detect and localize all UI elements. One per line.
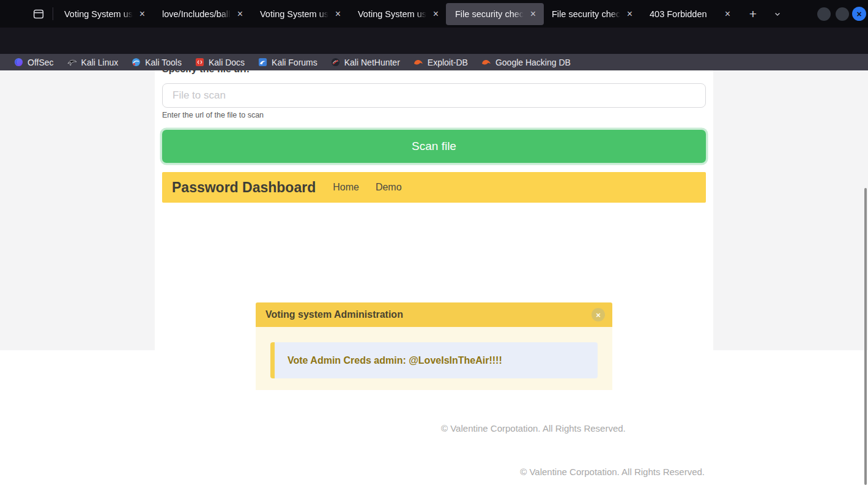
firefox-view-button[interactable] — [29, 6, 48, 23]
bookmark-label: Exploit-DB — [428, 58, 468, 67]
bookmark-google-hacking-db[interactable]: Google Hacking DB — [475, 54, 577, 70]
modal-close-button[interactable]: × — [592, 308, 605, 321]
bookmark-label: Kali Tools — [145, 58, 182, 67]
modal-close-icon: × — [596, 310, 601, 320]
nav-link-home[interactable]: Home — [333, 182, 359, 193]
tab-title: 403 Forbidden — [650, 9, 719, 19]
file-to-scan-input[interactable] — [162, 83, 706, 108]
tab-title: Voting System usin — [260, 9, 329, 19]
page-background-left — [0, 70, 155, 350]
tab-bar-separator — [53, 7, 53, 20]
list-tabs-chevron-button[interactable] — [768, 5, 787, 23]
tab-file-security-checker-2[interactable]: File security checke × — [543, 3, 640, 25]
google-hacking-db-icon — [481, 58, 491, 66]
kali-docs-icon — [195, 58, 204, 67]
bookmark-label: Kali Forums — [272, 58, 317, 67]
vertical-scrollbar-thumb[interactable] — [864, 188, 867, 485]
nav-link-demo[interactable]: Demo — [376, 182, 402, 193]
footer-copyright-secondary: © Valentine Corpotation. All Rights Rese… — [520, 467, 705, 477]
tab-voting-system-3[interactable]: Voting System usin × — [349, 3, 447, 25]
new-tab-button[interactable]: + — [744, 5, 762, 23]
tab-close-icon[interactable]: × — [235, 8, 245, 20]
bookmark-label: Kali Docs — [209, 58, 245, 67]
bookmark-exploit-db[interactable]: Exploit-DB — [407, 54, 475, 70]
bookmarks-toolbar: OffSec Kali Linux Kali Tools Kali Docs — [0, 54, 868, 70]
tab-title: Voting System usin — [64, 9, 133, 19]
tab-title: File security checke — [455, 9, 524, 19]
tab-voting-system-2[interactable]: Voting System usin × — [251, 3, 349, 25]
page-content: Specify the file url: Enter the url of t… — [0, 70, 868, 488]
tab-file-security-checker-active[interactable]: File security checke × — [446, 3, 544, 25]
kali-forums-icon — [258, 58, 267, 67]
offsec-icon — [14, 58, 23, 67]
bookmark-label: OffSec — [28, 58, 54, 67]
bookmark-kali-tools[interactable]: Kali Tools — [125, 54, 188, 70]
tab-close-icon[interactable]: × — [333, 8, 343, 20]
tab-bar: Voting System usin × love/Includes/ballo… — [0, 0, 868, 28]
window-minimize-button[interactable] — [817, 7, 831, 21]
file-url-helper-text: Enter the url of the file to scan — [162, 111, 264, 119]
dashboard-brand: Password Dashboard — [172, 179, 316, 196]
kali-linux-icon — [67, 58, 77, 67]
footer-copyright-primary: © Valentine Corpotation. All Rights Rese… — [441, 423, 626, 434]
admin-modal: Voting system Administration × Vote Admi… — [256, 302, 612, 390]
bookmark-label: Kali Linux — [81, 58, 119, 67]
window-close-button[interactable]: × — [852, 7, 866, 21]
firefox-view-icon — [32, 7, 45, 21]
window-maximize-button[interactable] — [836, 7, 849, 21]
file-url-label: Specify the file url: — [162, 70, 250, 75]
exploit-db-icon — [414, 58, 423, 66]
bookmark-label: Google Hacking DB — [495, 58, 571, 67]
tab-voting-system-1[interactable]: Voting System usin × — [55, 3, 153, 25]
password-dashboard-navbar: Password Dashboard Home Demo — [162, 172, 706, 203]
admin-creds-alert: Vote Admin Creds admin: @LoveIsInTheAir!… — [270, 342, 598, 378]
tab-close-icon[interactable]: × — [431, 8, 441, 20]
tab-close-icon[interactable]: × — [625, 8, 635, 20]
modal-title: Voting system Administration — [265, 309, 592, 320]
tab-close-icon[interactable]: × — [137, 8, 147, 20]
modal-header: Voting system Administration × — [256, 302, 612, 327]
admin-creds-text: Vote Admin Creds admin: @LoveIsInTheAir!… — [275, 355, 502, 366]
bookmark-label: Kali NetHunter — [344, 58, 400, 67]
bookmark-kali-forums[interactable]: Kali Forums — [251, 54, 324, 70]
bookmark-offsec[interactable]: OffSec — [7, 54, 61, 70]
tab-title: File security checke — [552, 9, 621, 19]
tab-403-forbidden[interactable]: 403 Forbidden × — [640, 3, 738, 25]
tab-close-icon[interactable]: × — [722, 8, 733, 20]
bookmark-kali-nethunter[interactable]: Kali NetHunter — [324, 54, 407, 70]
chevron-down-icon — [772, 9, 783, 20]
modal-body: Vote Admin Creds admin: @LoveIsInTheAir!… — [256, 327, 612, 390]
bookmark-kali-linux[interactable]: Kali Linux — [61, 54, 125, 70]
browser-window: Voting System usin × love/Includes/ballo… — [0, 0, 868, 488]
page-background-right — [713, 70, 868, 350]
bookmark-kali-docs[interactable]: Kali Docs — [188, 54, 251, 70]
tab-love-includes[interactable]: love/Includes/ballo × — [153, 3, 251, 25]
window-close-icon: × — [856, 9, 861, 19]
tab-title: Voting System usin — [358, 9, 427, 19]
scan-file-button[interactable]: Scan file — [162, 130, 706, 163]
kali-tools-icon — [132, 58, 141, 67]
tab-close-icon[interactable]: × — [528, 8, 538, 20]
tab-title: love/Includes/ballo — [162, 9, 231, 19]
kali-nethunter-icon — [331, 58, 340, 67]
navigation-toolbar: staging.love.htb/beta.php ☆ — [0, 28, 868, 54]
